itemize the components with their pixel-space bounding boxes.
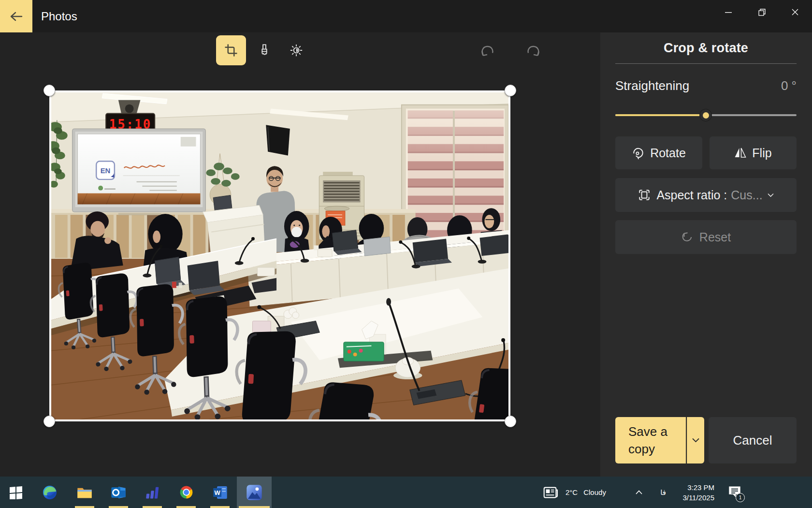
chevron-up-icon	[636, 490, 642, 494]
undo-button[interactable]	[473, 35, 503, 65]
app-title: Photos	[41, 0, 77, 32]
reset-button[interactable]: Reset	[615, 220, 797, 254]
redo-icon	[525, 43, 541, 58]
save-a-copy-button[interactable]: Save a copy	[615, 417, 686, 463]
save-a-copy-label: Save a copy	[628, 423, 686, 458]
rotate-icon	[632, 147, 644, 159]
weather-condition: Cloudy	[583, 488, 606, 496]
running-indicator-word	[210, 506, 230, 508]
divider	[615, 63, 797, 64]
weather-text[interactable]: 2°C Cloudy	[566, 477, 606, 508]
crop-handle-top-left[interactable]	[44, 85, 55, 96]
rotate-label: Rotate	[650, 146, 686, 160]
chrome-icon	[179, 485, 194, 500]
tray-date: 3/11/2025	[676, 493, 714, 503]
running-indicator-chrome	[176, 506, 196, 508]
straightening-value: 0 °	[615, 78, 797, 93]
slide-logo: EN	[101, 167, 111, 175]
chart-app-icon	[145, 485, 160, 500]
notification-badge: 1	[736, 493, 745, 502]
running-indicator-file-explorer	[75, 506, 94, 508]
reset-label: Reset	[699, 230, 731, 244]
tray-time: 3:23 PM	[676, 482, 714, 493]
close-icon	[792, 9, 798, 15]
svg-text:W: W	[214, 489, 220, 496]
crop-icon	[224, 43, 238, 58]
news-icon	[543, 486, 559, 499]
taskbar-item-chart-app[interactable]	[141, 477, 164, 508]
restore-icon	[758, 9, 766, 16]
file-explorer-icon	[77, 485, 92, 500]
straightening-slider[interactable]	[615, 109, 797, 121]
crop-tool-button[interactable]	[216, 35, 246, 65]
cancel-button[interactable]: Cancel	[709, 417, 797, 463]
photos-icon	[246, 484, 262, 501]
taskbar-item-outlook[interactable]	[107, 477, 130, 508]
outlook-icon	[111, 485, 126, 500]
running-indicator-outlook	[109, 506, 128, 508]
clock-tray[interactable]: 3:23 PM 3/11/2025	[676, 482, 714, 503]
flip-button[interactable]: Flip	[710, 136, 797, 169]
word-icon: W	[213, 485, 228, 500]
aspect-ratio-value: Cus...	[731, 188, 762, 202]
action-center-button[interactable]: 1	[723, 477, 746, 508]
close-button[interactable]	[781, 0, 810, 24]
adjust-tool-button[interactable]	[281, 35, 311, 65]
crop-handle-bottom-left[interactable]	[44, 416, 55, 427]
wall-speaker	[266, 125, 290, 155]
slider-fill	[615, 114, 706, 116]
crop-handle-top-right[interactable]	[505, 85, 516, 96]
reset-icon	[681, 231, 694, 243]
running-indicator-chart-app	[143, 506, 162, 508]
chevron-down-icon	[768, 193, 774, 197]
edge-icon	[42, 485, 58, 500]
crop-rotate-panel: Crop & rotate Straightening 0 ° Rotate F…	[600, 32, 812, 477]
save-options-dropdown-button[interactable]	[687, 417, 704, 463]
cancel-label: Cancel	[733, 433, 772, 448]
taskbar-item-file-explorer[interactable]	[73, 477, 96, 508]
slider-thumb[interactable]	[699, 109, 712, 121]
taskbar-item-photos-active[interactable]	[237, 477, 272, 508]
crop-handle-bottom-right[interactable]	[505, 416, 516, 427]
news-weather-button[interactable]	[540, 477, 562, 508]
minimize-icon	[725, 12, 732, 13]
photo-image: 15:10 EN	[51, 92, 508, 419]
back-button[interactable]	[0, 0, 32, 32]
presentation-screen: EN	[72, 129, 206, 215]
taskbar-item-word[interactable]: W	[208, 477, 232, 508]
paintbrush-icon	[258, 44, 271, 57]
minimize-button[interactable]	[714, 0, 743, 24]
back-arrow-icon	[10, 11, 23, 22]
slider-thumb-dot	[703, 112, 709, 119]
panel-title: Crop & rotate	[615, 41, 797, 56]
start-button[interactable]	[4, 477, 28, 508]
restore-button[interactable]	[747, 0, 776, 24]
flip-label: Flip	[752, 146, 771, 160]
language-indicator[interactable]: فا	[653, 477, 673, 508]
photo-crop-area[interactable]: 15:10 EN	[49, 90, 510, 421]
rotate-button[interactable]: Rotate	[615, 136, 702, 169]
undo-icon	[480, 43, 495, 58]
flip-icon	[734, 147, 746, 159]
language-code: فا	[660, 488, 666, 497]
editor-canvas: 15:10 EN	[0, 32, 600, 477]
weather-temp: 2°C	[566, 488, 578, 496]
aspect-ratio-button[interactable]: Aspect ratio : Cus...	[615, 178, 797, 212]
show-hidden-icons-button[interactable]	[629, 477, 649, 508]
taskbar-item-edge[interactable]	[38, 477, 61, 508]
brightness-icon	[290, 44, 303, 57]
windows-start-icon	[9, 486, 23, 499]
aspect-ratio-icon	[638, 189, 651, 201]
taskbar-item-chrome[interactable]	[174, 477, 198, 508]
taskbar: W 2°C Cloudy	[0, 477, 812, 508]
redo-button[interactable]	[518, 35, 548, 65]
running-indicator-photos	[239, 506, 270, 508]
filters-tool-button[interactable]	[249, 35, 279, 65]
title-bar: Photos	[0, 0, 812, 32]
aspect-ratio-label: Aspect ratio :	[656, 188, 727, 202]
chevron-down-icon	[692, 438, 699, 443]
